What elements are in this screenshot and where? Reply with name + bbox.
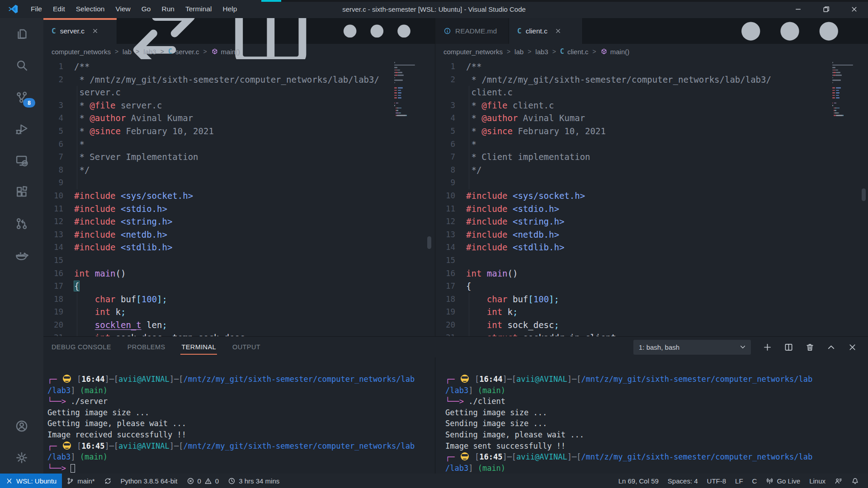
code-editor[interactable]: 1/**2 * /mnt/z/my_git/sixth-semester/com… — [435, 59, 868, 336]
menu-help[interactable]: Help — [217, 0, 243, 18]
status-branch[interactable]: main* — [62, 474, 99, 488]
status-python-version[interactable]: Python 3.8.5 64-bit — [116, 474, 182, 488]
code-row: 12#include <string.h> — [43, 215, 435, 228]
status-remote[interactable]: WSL: Ubuntu — [0, 474, 62, 488]
token: /lab3 — [47, 452, 71, 461]
breadcrumb-item-lab3[interactable]: lab3 — [143, 48, 156, 56]
breadcrumb-item-computer-networks[interactable]: computer_networks — [443, 48, 503, 56]
panel-tab-debug-console[interactable]: DEBUG CONSOLE — [52, 337, 111, 357]
menu-edit[interactable]: Edit — [47, 0, 71, 18]
code-text: char buf[100]; — [74, 293, 167, 306]
terminal-line: Sending image size ... — [435, 418, 868, 429]
split-terminal-icon[interactable] — [784, 343, 793, 352]
close-window-button[interactable] — [840, 0, 868, 18]
activity-bar-item-docker[interactable] — [0, 239, 43, 271]
menu-run[interactable]: Run — [156, 0, 179, 18]
tab-bar: Cserver.c — [43, 18, 435, 44]
line-number: 9 — [43, 176, 63, 189]
minimap-seg — [394, 82, 395, 84]
token: @file — [90, 100, 115, 110]
code-editor[interactable]: 1/**2 * /mnt/z/my_git/sixth-semester/com… — [43, 59, 435, 336]
panel-tab-problems[interactable]: PROBLEMS — [127, 337, 165, 357]
activity-bar-item-remote-explorer[interactable] — [0, 145, 43, 176]
terminal-right[interactable]: ┌─ [16:44]─[avii@AVINAL]─[/mnt/z/my_git/… — [435, 357, 868, 474]
token: { — [74, 281, 79, 291]
status-encoding[interactable]: UTF-8 — [703, 474, 731, 488]
terminal-left[interactable]: ┌─ [16:44]─[avii@AVINAL]─[/mnt/z/my_git/… — [43, 357, 435, 474]
token: <stdio.h> — [121, 204, 167, 214]
status-time-tracker[interactable]: 3 hrs 34 mins — [223, 474, 284, 488]
line-number: 10 — [435, 189, 455, 202]
tab-client-c[interactable]: Cclient.c — [509, 18, 583, 44]
minimap-row — [394, 92, 415, 94]
scrollbar-slider[interactable] — [427, 236, 431, 249]
status-cursor-position[interactable]: Ln 69, Col 59 — [614, 474, 663, 488]
minimap-seg — [833, 72, 835, 73]
kill-terminal-icon[interactable] — [805, 343, 815, 352]
activity-bar-item-run-debug[interactable] — [0, 113, 43, 145]
status-indentation[interactable]: Spaces: 4 — [663, 474, 703, 488]
minimap[interactable] — [832, 62, 853, 117]
maximize-panel-icon[interactable] — [826, 343, 836, 352]
breadcrumb-item-lab[interactable]: lab — [514, 48, 524, 56]
status-os[interactable]: Linux — [805, 474, 830, 488]
activity-bar-item-source-control[interactable]: 8 — [0, 81, 43, 113]
token: struct — [487, 333, 518, 336]
terminal-line: Sending image, please wait ... — [435, 429, 868, 441]
status-notifications[interactable] — [847, 474, 863, 488]
breadcrumb-item-symbol[interactable]: main() — [600, 48, 630, 56]
breadcrumb-separator: > — [115, 48, 118, 55]
activity-bar-item-explorer[interactable] — [0, 18, 43, 50]
panel-tab-terminal[interactable]: TERMINAL — [181, 337, 216, 357]
activity-bar-item-settings[interactable] — [0, 442, 43, 474]
tab-readme-md[interactable]: README.md — [435, 18, 509, 44]
new-terminal-icon[interactable] — [763, 343, 772, 352]
line-number: 5 — [43, 125, 63, 138]
status-feedback[interactable] — [830, 474, 847, 488]
breadcrumb-item-client-c[interactable]: Cclient.c — [560, 47, 589, 56]
indent-guide — [469, 125, 469, 138]
terminal-picker[interactable]: 1: bash, bash — [633, 340, 751, 355]
breadcrumb-item-symbol[interactable]: main() — [211, 48, 241, 56]
activity-bar-item-extensions[interactable] — [0, 176, 43, 208]
minimize-button[interactable] — [784, 0, 812, 18]
line-number: 10 — [43, 189, 63, 202]
breadcrumb-item-lab[interactable]: lab — [123, 48, 132, 56]
minimap[interactable] — [394, 62, 415, 117]
activity-bar-item-github-pull-requests[interactable] — [0, 208, 43, 239]
status-sync[interactable] — [99, 474, 116, 488]
menu-view[interactable]: View — [110, 0, 136, 18]
line-number: 9 — [435, 176, 455, 189]
close-panel-icon[interactable] — [848, 343, 857, 352]
breadcrumb-item-lab3[interactable]: lab3 — [535, 48, 548, 56]
tab-server-c[interactable]: Cserver.c — [43, 18, 117, 44]
close-icon[interactable] — [92, 28, 99, 34]
activity-bar-item-search[interactable] — [0, 50, 43, 81]
close-icon[interactable] — [555, 28, 561, 34]
menu-go[interactable]: Go — [136, 0, 156, 18]
minimap-row — [394, 65, 415, 66]
status-language-mode[interactable]: C — [748, 474, 762, 488]
breadcrumb-item-computer-networks[interactable]: computer_networks — [52, 48, 111, 56]
menu-file[interactable]: File — [25, 0, 47, 18]
minimap-seg — [396, 113, 399, 114]
activity-bar-item-accounts[interactable] — [0, 410, 43, 442]
restore-button[interactable] — [812, 0, 840, 18]
token: #include — [74, 204, 116, 214]
menu-terminal[interactable]: Terminal — [180, 0, 217, 18]
code-row: 16int main() — [43, 267, 435, 280]
token: └──> — [47, 397, 71, 406]
status-go-live[interactable]: Go Live — [761, 474, 805, 488]
panel-tabs: DEBUG CONSOLEPROBLEMSTERMINALOUTPUT — [43, 337, 260, 357]
status-label: WSL: Ubuntu — [16, 477, 57, 485]
minimap-row — [832, 70, 853, 71]
status-problems[interactable]: 00 — [182, 474, 224, 488]
scrollbar-slider[interactable] — [862, 188, 866, 201]
panel-toolbar: 1: bash, bash — [633, 340, 868, 355]
code-row: 3 * @file client.c — [435, 99, 868, 112]
menu-selection[interactable]: Selection — [71, 0, 110, 18]
status-eol[interactable]: LF — [731, 474, 748, 488]
token: int — [466, 268, 481, 278]
panel-tab-output[interactable]: OUTPUT — [232, 337, 260, 357]
breadcrumb-item-server-c[interactable]: Cserver.c — [168, 47, 199, 56]
